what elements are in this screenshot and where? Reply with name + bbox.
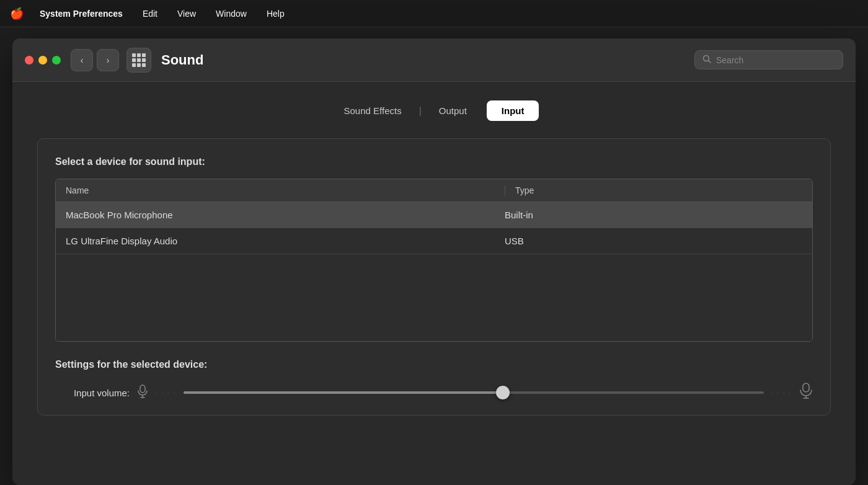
back-button[interactable]: ‹ (71, 49, 93, 71)
table-row[interactable]: LG UltraFine Display Audio USB (56, 228, 812, 254)
back-icon: ‹ (81, 55, 84, 65)
device-name-1: LG UltraFine Display Audio (66, 236, 505, 246)
search-icon (702, 55, 711, 65)
svg-rect-5 (803, 383, 809, 392)
menu-help[interactable]: Help (263, 7, 288, 20)
search-input[interactable] (716, 55, 835, 65)
tab-separator-1: | (419, 105, 422, 117)
volume-min-dots: · · · · (156, 389, 176, 396)
menu-view[interactable]: View (174, 7, 200, 20)
menu-system-preferences[interactable]: System Preferences (36, 7, 126, 20)
volume-max-dots: · · · · (771, 389, 792, 396)
settings-heading: Settings for the selected device: (55, 359, 813, 370)
svg-line-1 (709, 61, 711, 63)
tab-output[interactable]: Output (424, 100, 482, 121)
apple-menu[interactable]: 🍎 (10, 7, 24, 20)
content-area: Sound Effects | Output Input Select a de… (12, 82, 856, 485)
mic-icon-min (137, 385, 148, 401)
devices-heading: Select a device for sound input: (55, 156, 813, 167)
menu-window[interactable]: Window (212, 7, 250, 20)
input-volume-slider[interactable] (184, 391, 763, 394)
mic-icon-max (799, 383, 813, 403)
forward-button[interactable]: › (97, 49, 119, 71)
device-table: Name Type MacBook Pro Microphone Built-i… (55, 179, 813, 342)
empty-table-space (56, 254, 812, 341)
menu-edit[interactable]: Edit (139, 7, 161, 20)
forward-icon: › (107, 55, 110, 65)
search-bar[interactable] (694, 50, 843, 69)
main-window: ‹ › Sound (12, 38, 856, 485)
table-header: Name Type (56, 179, 812, 202)
minimize-button[interactable] (38, 56, 47, 65)
volume-label: Input volume: (55, 388, 130, 398)
table-row[interactable]: MacBook Pro Microphone Built-in (56, 202, 812, 228)
device-type-1: USB (505, 236, 802, 246)
settings-panel: Select a device for sound input: Name Ty… (37, 138, 831, 416)
slider-fill (184, 391, 502, 394)
tabs-container: Sound Effects | Output Input (37, 100, 831, 121)
close-button[interactable] (25, 56, 33, 65)
traffic-lights (25, 56, 61, 65)
slider-thumb[interactable] (496, 386, 510, 399)
title-bar: ‹ › Sound (12, 38, 856, 82)
window-title: Sound (161, 52, 694, 68)
svg-rect-2 (140, 385, 145, 393)
column-name-header: Name (66, 185, 505, 195)
tab-sound-effects[interactable]: Sound Effects (329, 100, 417, 121)
column-type-header: Type (505, 185, 802, 195)
maximize-button[interactable] (52, 56, 61, 65)
tab-input[interactable]: Input (487, 100, 539, 121)
grid-icon (132, 53, 146, 67)
device-type-0: Built-in (505, 210, 802, 220)
input-volume-row: Input volume: · · · · · · · · (55, 383, 813, 403)
device-name-0: MacBook Pro Microphone (66, 210, 505, 220)
menu-bar: 🍎 System Preferences Edit View Window He… (0, 0, 868, 27)
nav-buttons: ‹ › (71, 49, 119, 71)
grid-view-button[interactable] (126, 48, 151, 73)
